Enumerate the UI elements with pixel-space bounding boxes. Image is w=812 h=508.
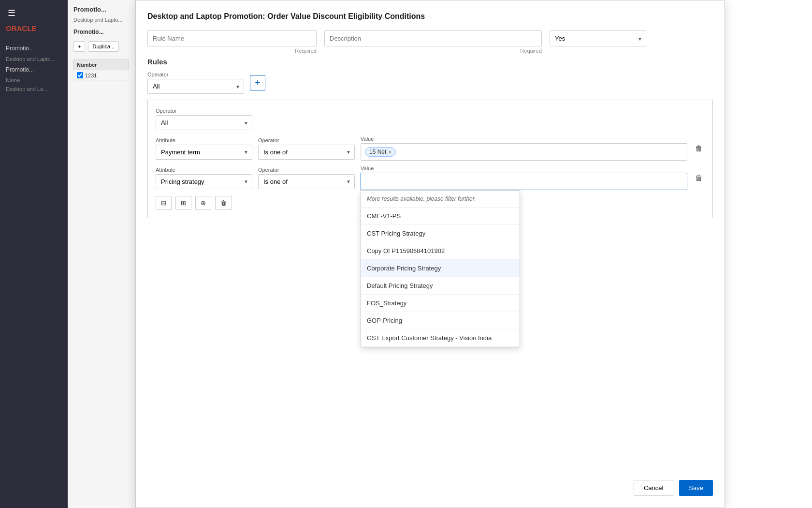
dialog-footer: Cancel Save xyxy=(634,480,713,496)
value-label-2: Value xyxy=(361,165,687,171)
outer-operator-wrapper: All Any ▼ xyxy=(147,79,244,94)
rule-name-input[interactable] xyxy=(147,30,317,46)
rule-condition-box: Operator All Any ▼ xyxy=(147,100,713,218)
duplicate-button[interactable]: Duplica... xyxy=(88,41,119,52)
dialog-title: Desktop and Laptop Promotion: Order Valu… xyxy=(147,12,713,21)
delete-group-button[interactable]: 🗑 xyxy=(215,196,232,210)
row-number: 1231 xyxy=(85,73,97,78)
add-rule-button[interactable]: + xyxy=(73,41,85,52)
oracle-logo: ORACLE xyxy=(0,24,36,32)
expand-button[interactable]: ⊞ xyxy=(175,196,191,210)
table-row[interactable]: 1231 xyxy=(73,70,129,81)
rules-operator-row: Operator All Any ▼ + xyxy=(147,72,713,94)
attribute-label-2: Attribute xyxy=(156,167,252,173)
dropdown-item-1[interactable]: CST Pricing Strategy xyxy=(361,225,520,242)
rule-name-required: Required xyxy=(147,48,317,54)
dropdown-item-4[interactable]: Default Pricing Strategy xyxy=(361,277,520,295)
operator-label-2: Operator xyxy=(258,167,355,173)
eligibility-dialog: Desktop and Laptop Promotion: Order Valu… xyxy=(135,0,725,508)
attribute-select-2[interactable]: Pricing strategy xyxy=(156,174,252,189)
operator-select-1[interactable]: Is one of xyxy=(258,145,355,160)
value-input-2[interactable] xyxy=(361,173,687,190)
dropdown-item-6[interactable]: GOP-Pricing xyxy=(361,312,520,329)
description-required: Required xyxy=(324,48,542,54)
dropdown-item-5[interactable]: FOS_Strategy xyxy=(361,295,520,312)
dropdown-item-7[interactable]: GST Export Customer Strategy - Vision In… xyxy=(361,329,520,347)
dropdown-item-3[interactable]: Corporate Pricing Strategy xyxy=(361,260,520,277)
sidebar-name-label: Name xyxy=(0,76,68,85)
attribute-select-1[interactable]: Payment term xyxy=(156,145,252,160)
condition-row-1: Attribute Payment term ▼ Operator xyxy=(156,136,705,161)
value-label-1: Value xyxy=(361,136,687,142)
left-panel: Promotio... Desktop and Lapto... Promoti… xyxy=(68,0,135,508)
delete-row-1[interactable]: 🗑 xyxy=(693,142,705,155)
attribute-select-wrapper-1: Payment term ▼ xyxy=(156,145,252,160)
left-panel-subtitle: Desktop and Lapto... xyxy=(73,17,129,23)
top-form-row: Required Required Yes No ▼ xyxy=(147,30,713,54)
cancel-button[interactable]: Cancel xyxy=(634,480,673,496)
row-checkbox[interactable] xyxy=(77,72,83,78)
dropdown-item-0[interactable]: CMF-V1-PS xyxy=(361,208,520,225)
left-panel-title: Promotio... xyxy=(73,6,129,13)
table-header-number: Number xyxy=(73,60,129,70)
inner-operator-wrapper: All Any ▼ xyxy=(156,115,252,130)
content-area: Promotio... Desktop and Lapto... Promoti… xyxy=(68,0,812,508)
operator-select-wrapper-2: Is one of ▼ xyxy=(258,174,355,189)
operator-label-1: Operator xyxy=(258,137,355,143)
collapse-button[interactable]: ⊟ xyxy=(156,196,172,210)
description-group: Required xyxy=(324,30,542,54)
add-condition-button[interactable]: + xyxy=(250,75,265,90)
hamburger-icon[interactable]: ☰ xyxy=(0,8,15,18)
sidebar-promotions[interactable]: Promotio... xyxy=(0,42,68,55)
sidebar-name-value: Desktop and La... xyxy=(0,85,68,93)
outer-operator-label: Operator xyxy=(147,72,244,77)
sidebar-sub: Desktop and Lapto... xyxy=(0,55,68,63)
outer-operator-select[interactable]: All Any xyxy=(147,79,244,94)
dropdown-info: More results available, please filter fu… xyxy=(361,191,520,208)
rule-name-group: Required xyxy=(147,30,317,54)
main-content: Promotio... Desktop and Lapto... Promoti… xyxy=(68,0,812,508)
tag-15net: 15 Net × xyxy=(365,147,396,157)
sidebar: ☰ ORACLE Promotio... Desktop and Lapto..… xyxy=(0,0,68,508)
save-button[interactable]: Save xyxy=(679,480,713,496)
operator-select-2[interactable]: Is one of xyxy=(258,174,355,189)
inner-operator-label: Operator xyxy=(156,108,252,114)
sidebar-promotions2[interactable]: Promotio... xyxy=(0,63,68,76)
rules-title: Rules xyxy=(147,58,713,66)
value-input-1[interactable]: 15 Net × xyxy=(361,143,687,161)
active-select[interactable]: Yes No xyxy=(550,30,646,46)
add-group-button[interactable]: ⊕ xyxy=(195,196,211,210)
pricing-strategy-dropdown: More results available, please filter fu… xyxy=(361,190,520,347)
operator-select-wrapper-1: Is one of ▼ xyxy=(258,145,355,160)
inner-operator-select[interactable]: All Any xyxy=(156,115,252,130)
dropdown-item-2[interactable]: Copy Of P11590684101902 xyxy=(361,242,520,260)
delete-row-2[interactable]: 🗑 xyxy=(693,172,705,184)
condition-row-2: Attribute Pricing strategy ▼ Operator xyxy=(156,165,705,190)
active-group: Yes No ▼ xyxy=(550,30,646,46)
inner-operator-row: Operator All Any ▼ xyxy=(156,108,705,130)
lp-section: Promotio... xyxy=(73,29,129,35)
attribute-select-wrapper-2: Pricing strategy ▼ xyxy=(156,174,252,189)
attribute-label-1: Attribute xyxy=(156,137,252,143)
tag-close-1[interactable]: × xyxy=(388,149,391,155)
description-input[interactable] xyxy=(324,30,542,46)
dialog-overlay: Desktop and Laptop Promotion: Order Valu… xyxy=(135,0,812,508)
active-select-wrapper: Yes No ▼ xyxy=(550,30,646,46)
